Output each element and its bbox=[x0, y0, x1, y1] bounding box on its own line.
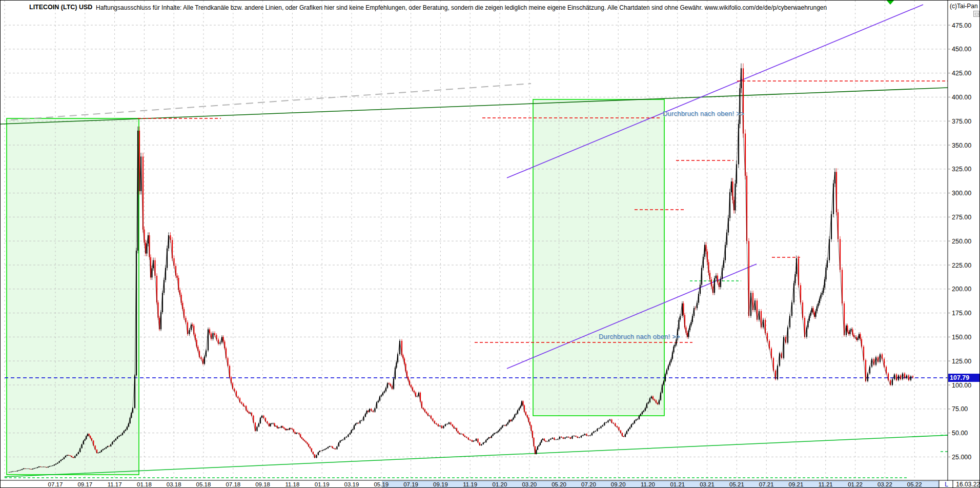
x-axis-label: 01.20 bbox=[493, 481, 507, 487]
green-channel-bottom-line bbox=[5, 435, 948, 477]
x-axis-label: 11.20 bbox=[641, 481, 655, 487]
page-title: LITECOIN (LTC) USD bbox=[29, 4, 92, 11]
y-axis-label: 425.00 bbox=[952, 70, 971, 77]
disclaimer-text: Haftungsausschluss für Inhalte: Alle Tre… bbox=[96, 4, 827, 11]
x-axis-label: 09.20 bbox=[611, 481, 626, 487]
last-price-badge: 107.79 bbox=[948, 374, 980, 382]
x-axis-label: 11.17 bbox=[108, 481, 122, 487]
y-axis-label: 200.00 bbox=[952, 286, 971, 293]
price-chart-canvas[interactable]: 07.1709.1711.1701.1803.1805.1807.1809.18… bbox=[1, 1, 980, 488]
x-axis-label: 05.21 bbox=[729, 481, 744, 487]
chart-window: 07.1709.1711.1701.1803.1805.1807.1809.18… bbox=[0, 0, 980, 488]
x-axis-label: 11.18 bbox=[285, 481, 299, 487]
x-axis-label: 03.19 bbox=[344, 481, 359, 487]
y-axis-label: 50.00 bbox=[952, 430, 968, 437]
period-indicator[interactable]: L bbox=[940, 481, 953, 488]
green-channel-top-line bbox=[1, 88, 948, 124]
y-axis-label: 75.00 bbox=[952, 405, 968, 413]
x-axis-label: 05.18 bbox=[196, 481, 211, 487]
highlight-accumulation-box-2017 bbox=[7, 118, 139, 475]
x-axis-label: 05.20 bbox=[552, 481, 566, 487]
x-axis-label: 11.21 bbox=[819, 481, 833, 487]
x-axis-label: 01.19 bbox=[315, 481, 330, 487]
y-axis-label: 475.00 bbox=[952, 22, 971, 29]
y-axis-label: 275.00 bbox=[952, 214, 971, 221]
highlight-accumulation-box-2020 bbox=[533, 99, 664, 416]
x-axis-label: 09.21 bbox=[789, 481, 804, 487]
y-axis-label: 100.00 bbox=[952, 382, 971, 389]
x-axis-label: 07.19 bbox=[403, 481, 418, 487]
x-axis-label: 07.21 bbox=[759, 481, 774, 487]
today-marker-icon bbox=[887, 1, 894, 5]
y-axis-label: 400.00 bbox=[952, 94, 971, 101]
y-axis-label: 125.00 bbox=[952, 358, 971, 365]
x-axis-label: 05.22 bbox=[907, 481, 922, 487]
breakout-annotation-mid: Durchbruch nach oben! >> bbox=[599, 333, 680, 340]
y-axis-label: 225.00 bbox=[952, 262, 971, 269]
x-axis-label: 09.19 bbox=[433, 481, 448, 487]
x-axis-label: 11.19 bbox=[463, 481, 477, 487]
x-axis-label: 05.19 bbox=[374, 481, 389, 487]
copyright-label: (c)Tai-Pan bbox=[950, 3, 978, 10]
x-axis-label: 01.18 bbox=[137, 481, 152, 487]
y-axis-label: 25.000 bbox=[952, 454, 971, 461]
y-axis-label: 300.00 bbox=[952, 190, 971, 197]
y-axis-label: 375.00 bbox=[952, 118, 971, 125]
x-axis-label: 03.22 bbox=[877, 481, 892, 487]
y-axis-label: 150.00 bbox=[952, 334, 971, 341]
x-axis-label: 09.17 bbox=[77, 481, 92, 487]
x-axis-label: 01.21 bbox=[670, 481, 685, 487]
x-axis-label: 07.17 bbox=[48, 481, 63, 487]
x-axis-label: 09.18 bbox=[255, 481, 270, 487]
x-axis-label: 07.18 bbox=[226, 481, 240, 487]
window-minimize-icon[interactable] bbox=[973, 11, 979, 17]
y-axis-label: 350.00 bbox=[952, 142, 971, 149]
y-axis-label: 450.00 bbox=[952, 46, 971, 53]
y-axis-label: 250.00 bbox=[952, 238, 971, 245]
gray-dashed-trendline bbox=[11, 84, 531, 120]
current-date-label: 16.03.22 bbox=[953, 481, 980, 488]
x-axis-label: 03.21 bbox=[700, 481, 714, 487]
price-connect-line bbox=[8, 68, 913, 472]
breakout-annotation-top: Durchbruch nach oben! >> bbox=[663, 110, 744, 117]
y-axis-label: 325.00 bbox=[952, 166, 971, 173]
x-axis-label: 01.22 bbox=[848, 481, 863, 487]
x-axis-label: 03.20 bbox=[522, 481, 537, 487]
y-axis-label: 175.00 bbox=[952, 310, 971, 317]
x-axis-label: 07.20 bbox=[581, 481, 596, 487]
x-axis-label: 03.18 bbox=[167, 481, 181, 487]
